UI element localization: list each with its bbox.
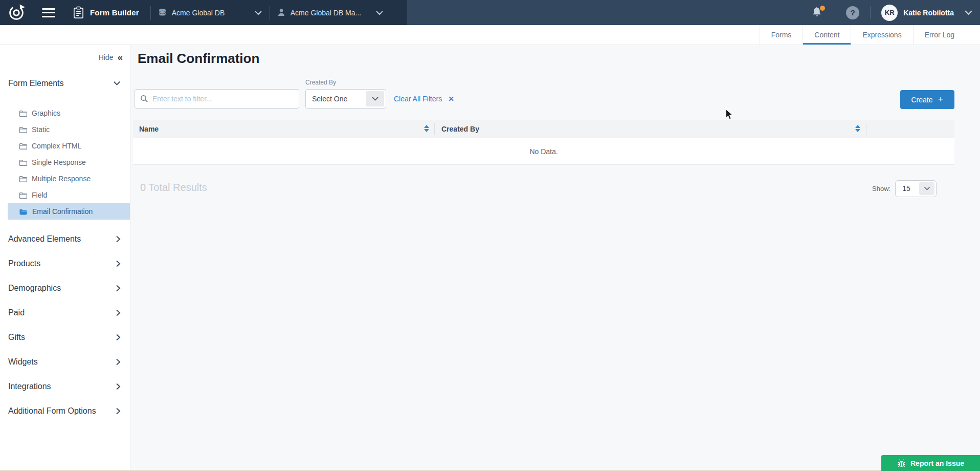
sidebar-section-gifts[interactable]: Gifts [8,330,121,345]
sidebar-item-label: Complex HTML [32,142,81,150]
chevron-down-icon [113,81,121,86]
chevron-right-icon [116,235,121,243]
tab-expressions[interactable]: Expressions [851,25,912,45]
page-size-control: Show: 15 [872,180,937,197]
chevron-down-icon [371,96,379,101]
created-by-select[interactable]: Select One [305,89,386,109]
sidebar-section-paid[interactable]: Paid [8,305,121,320]
user-name: Katie Robilotta [903,9,954,17]
sidebar-item-complex-html[interactable]: Complex HTML [8,138,130,154]
notification-badge [820,6,825,11]
section-label: Form Elements [8,79,63,88]
secondary-nav-tabs: Forms Content Expressions Error Log [0,25,980,45]
sidebar-section-products[interactable]: Products [8,256,121,271]
section-label: Products [8,259,40,268]
clear-all-filters-button[interactable]: Clear All Filters [394,89,454,109]
column-header-name: Name [139,120,159,138]
app-title: Form Builder [90,8,139,17]
clipboard-icon [73,6,84,19]
topbar-right-segment: KR Katie Robilotta [811,0,980,25]
select-chevron [919,182,934,195]
folder-icon [19,175,27,183]
topbar-separator [870,6,871,19]
folder-icon [19,110,27,117]
create-button-label: Create [911,96,932,104]
user-avatar[interactable]: KR [881,5,898,21]
folder-icon [19,191,27,199]
results-table: Name Created By No Data. [133,120,954,165]
sidebar-section-additional-form-options[interactable]: Additional Form Options [8,403,121,419]
column-separator [866,123,866,135]
account-selector-value: Acme Global DB Ma... [291,9,362,17]
clear-all-filters-label: Clear All Filters [394,95,442,103]
created-by-filter-label: Created By [305,79,336,86]
open-folder-icon [19,208,28,216]
sidebar-collapse-button[interactable]: Hide « [99,52,123,62]
user-menu-chevron-icon[interactable] [964,10,973,15]
chevron-down-icon [254,10,262,15]
chevron-right-icon [116,309,121,317]
sidebar-item-label: Graphics [32,109,60,117]
sidebar-section-widgets[interactable]: Widgets [8,354,121,370]
section-label: Paid [8,308,25,317]
account-selector-dropdown[interactable]: Acme Global DB Ma... [270,0,391,25]
no-data-text: No Data. [529,147,558,156]
sidebar-item-single-response[interactable]: Single Response [8,154,130,170]
section-label: Demographics [8,284,61,293]
sidebar-section-integrations[interactable]: Integrations [8,379,121,394]
sidebar-item-email-confirmation[interactable]: Email Confirmation [8,203,130,220]
report-an-issue-button[interactable]: Report an Issue [881,455,980,471]
database-icon [158,8,167,17]
show-label: Show: [872,185,890,192]
page-size-value: 15 [902,184,910,192]
database-selector-dropdown[interactable]: Acme Global DB [151,0,270,25]
folder-icon [19,159,27,166]
hamburger-menu-icon[interactable] [42,8,55,17]
folder-icon [19,142,27,150]
topbar-left-segment: Form Builder Acme Global DB Acme Global … [0,0,407,25]
sort-icon-created-by[interactable] [855,125,860,133]
column-header-created-by: Created By [441,120,479,138]
section-label: Gifts [8,333,25,342]
app-logo-icon[interactable] [6,3,27,23]
plus-icon: + [938,94,943,104]
section-label: Integrations [8,382,51,391]
total-results-text: 0 Total Results [140,182,207,194]
sidebar-item-static[interactable]: Static [8,121,130,138]
collapse-double-chevron-icon: « [117,52,123,62]
hide-label: Hide [99,53,114,61]
help-icon[interactable] [846,6,859,19]
filter-search-box [135,89,299,109]
created-by-select-value: Select One [312,95,347,103]
select-chevron [366,91,384,106]
chevron-right-icon [116,284,121,292]
filter-text-input[interactable] [152,95,294,103]
sidebar-item-multiple-response[interactable]: Multiple Response [8,170,130,187]
topbar-separator [835,6,835,19]
report-an-issue-label: Report an Issue [910,459,964,467]
sidebar-item-graphics[interactable]: Graphics [8,105,130,121]
page-size-select[interactable]: 15 [895,180,937,197]
database-selector-value: Acme Global DB [172,9,225,17]
sidebar-item-field[interactable]: Field [8,187,130,203]
tab-forms[interactable]: Forms [760,25,803,45]
create-button[interactable]: Create + [900,90,954,109]
tab-error-log[interactable]: Error Log [913,25,966,45]
sidebar: Hide « Form Elements Graphics Static Com… [0,45,130,471]
logo-circular-arrow [7,3,26,23]
top-navigation-bar: Form Builder Acme Global DB Acme Global … [0,0,980,25]
app-title-group[interactable]: Form Builder [73,6,139,19]
chevron-right-icon [116,358,121,366]
folder-icon [19,126,27,134]
sidebar-section-advanced-elements[interactable]: Advanced Elements [8,231,121,247]
sidebar-section-demographics[interactable]: Demographics [8,281,121,296]
chevron-right-icon [116,407,121,415]
column-separator [434,123,435,135]
bug-icon [897,459,906,467]
tab-content[interactable]: Content [803,25,851,45]
notifications-bell-icon[interactable] [811,6,824,19]
sidebar-item-label: Multiple Response [32,175,91,183]
sidebar-section-form-elements[interactable]: Form Elements [8,77,121,90]
table-empty-row: No Data. [133,138,954,165]
sort-icon-name[interactable] [424,125,429,133]
